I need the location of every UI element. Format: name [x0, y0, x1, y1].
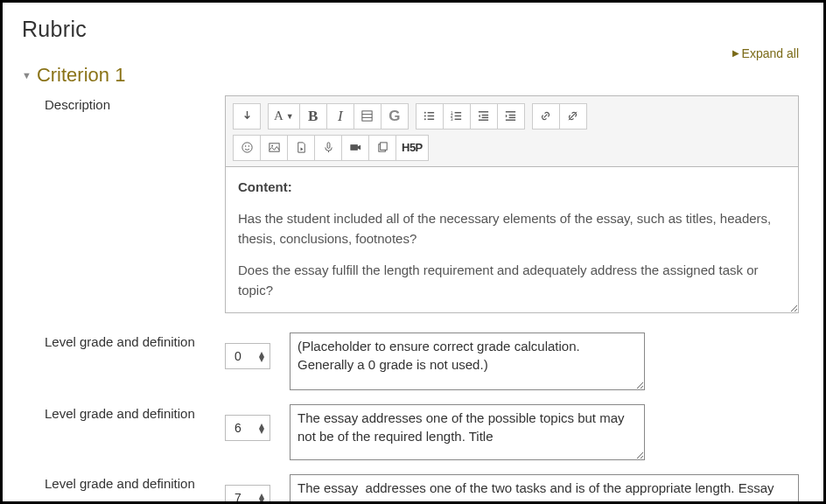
media-button[interactable] [287, 135, 315, 161]
definition-textarea[interactable] [290, 474, 799, 504]
smile-icon [241, 141, 254, 154]
arrow-down-icon [241, 109, 254, 122]
video-icon [349, 141, 362, 154]
svg-rect-32 [380, 143, 387, 150]
page-title: Rubric [22, 17, 799, 42]
mic-button[interactable] [314, 135, 342, 161]
level-label: Level grade and definition [22, 404, 225, 421]
numbered-list-icon: 123 [450, 109, 463, 122]
caret-down-icon: ▼ [22, 70, 32, 80]
editor-content-area[interactable]: Content: Has the student included all of… [226, 166, 798, 313]
svg-point-26 [248, 145, 249, 147]
emoji-button[interactable] [233, 135, 261, 161]
grid-button[interactable] [354, 103, 382, 130]
editor-toolbar: A ▼ B I G [226, 96, 798, 166]
grade-value: 6 [234, 421, 242, 435]
mic-icon [322, 141, 335, 154]
window-frame: Rubric ▶ Expand all ▼ Criterion 1 Descri… [0, 0, 826, 504]
svg-point-4 [424, 116, 426, 117]
link-button[interactable] [532, 103, 560, 130]
caret-right-icon: ▶ [732, 48, 739, 58]
indent-button[interactable] [497, 103, 525, 130]
stepper-icon: ▴▾ [259, 351, 264, 361]
grade-stepper[interactable]: 6 ▴▾ [225, 415, 270, 441]
image-button[interactable] [260, 135, 288, 161]
guide-button[interactable]: G [381, 103, 409, 130]
grade-stepper[interactable]: 0 ▴▾ [225, 343, 270, 369]
svg-text:3: 3 [451, 117, 453, 122]
bullet-list-button[interactable] [416, 103, 444, 130]
numbered-list-button[interactable]: 123 [443, 103, 471, 130]
svg-point-28 [271, 145, 273, 147]
file-icon [295, 141, 308, 154]
outdent-button[interactable] [470, 103, 498, 130]
expand-all-link[interactable]: ▶ Expand all [732, 46, 799, 60]
files-button[interactable] [368, 135, 396, 161]
content-heading: Content: [238, 179, 292, 194]
criterion-title: Criterion 1 [37, 64, 125, 87]
unlink-icon [566, 109, 579, 122]
svg-point-3 [424, 112, 426, 114]
level-label: Level grade and definition [22, 332, 225, 349]
font-family-button[interactable]: A ▼ [268, 103, 300, 130]
stepper-icon: ▴▾ [259, 493, 264, 503]
files-icon [376, 141, 389, 154]
link-icon [539, 109, 552, 122]
toolbar-toggle-button[interactable] [233, 103, 261, 130]
caret-down-icon: ▼ [286, 112, 294, 121]
svg-rect-0 [362, 111, 372, 121]
unlink-button[interactable] [559, 103, 587, 130]
description-label: Description [22, 95, 225, 314]
svg-point-5 [424, 118, 426, 120]
bold-button[interactable]: B [299, 103, 327, 130]
outdent-icon [477, 109, 490, 122]
content-paragraph-2: Does the essay fulfill the length requir… [238, 261, 786, 300]
svg-point-24 [242, 143, 251, 152]
grade-value: 0 [234, 349, 242, 363]
svg-rect-30 [350, 145, 357, 150]
rich-text-editor: A ▼ B I G [225, 95, 799, 314]
image-icon [268, 141, 281, 154]
expand-all-label: Expand all [742, 46, 799, 60]
definition-textarea[interactable] [290, 404, 645, 460]
criterion-header[interactable]: ▼ Criterion 1 [22, 64, 799, 87]
level-label: Level grade and definition [22, 474, 225, 491]
grade-value: 7 [234, 491, 242, 504]
indent-icon [504, 109, 517, 122]
bullet-list-icon [423, 109, 436, 122]
definition-textarea[interactable] [290, 332, 645, 390]
italic-button[interactable]: I [326, 103, 354, 130]
video-button[interactable] [341, 135, 369, 161]
h5p-button[interactable]: H5P [396, 135, 429, 161]
grade-stepper[interactable]: 7 ▴▾ [225, 485, 270, 504]
stepper-icon: ▴▾ [259, 423, 264, 433]
grid-icon [360, 109, 374, 122]
svg-point-25 [244, 145, 246, 147]
svg-rect-29 [327, 143, 330, 149]
content-paragraph-1: Has the student included all of the nece… [238, 209, 786, 248]
